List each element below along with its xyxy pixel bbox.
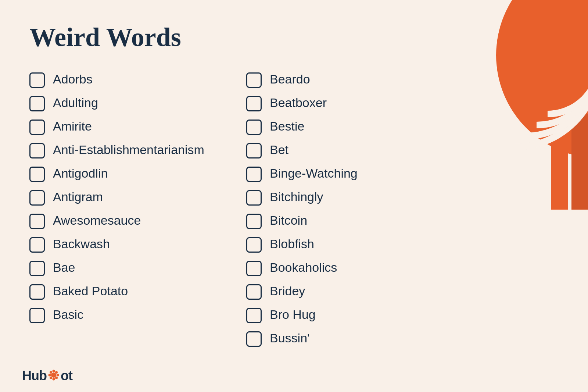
list-item[interactable]: Adulting bbox=[29, 95, 217, 111]
word-label: Amirite bbox=[53, 118, 92, 134]
word-label: Awesomesauce bbox=[53, 212, 141, 228]
word-label: Binge-Watching bbox=[270, 165, 358, 181]
column-1: AdorbsAdultingAmiriteAnti-Establishmenta… bbox=[29, 71, 217, 353]
hubspot-logo: Hub ot bbox=[22, 368, 72, 384]
svg-point-11 bbox=[50, 377, 52, 379]
word-label: Adulting bbox=[53, 95, 98, 111]
list-item[interactable]: Bitchingly bbox=[246, 189, 434, 206]
word-label: Adorbs bbox=[53, 71, 93, 87]
words-grid: AdorbsAdultingAmiriteAnti-Establishmenta… bbox=[29, 71, 434, 353]
list-item[interactable]: Amirite bbox=[29, 118, 217, 135]
svg-point-7 bbox=[48, 374, 51, 376]
list-item[interactable]: Anti-Establishmentarianism bbox=[29, 142, 217, 158]
list-item[interactable]: Basic bbox=[29, 306, 217, 323]
list-item[interactable]: Bestie bbox=[246, 118, 434, 135]
list-item[interactable]: Bussin' bbox=[246, 330, 434, 347]
checkbox[interactable] bbox=[246, 237, 262, 253]
checkbox[interactable] bbox=[29, 120, 45, 135]
list-item[interactable]: Adorbs bbox=[29, 71, 217, 88]
checkbox[interactable] bbox=[246, 143, 262, 158]
page-title: Weird Words bbox=[29, 22, 559, 53]
word-label: Bussin' bbox=[270, 330, 310, 346]
word-label: Anti-Establishmentarianism bbox=[53, 142, 204, 158]
word-label: Bridey bbox=[270, 283, 305, 299]
word-label: Bestie bbox=[270, 118, 305, 134]
list-item[interactable]: Bet bbox=[246, 142, 434, 158]
word-label: Baked Potato bbox=[53, 283, 128, 299]
list-item[interactable]: Antigram bbox=[29, 189, 217, 206]
list-item[interactable]: Beardo bbox=[246, 71, 434, 88]
checkbox[interactable] bbox=[246, 72, 262, 88]
checkbox[interactable] bbox=[29, 72, 45, 88]
svg-point-8 bbox=[56, 374, 59, 376]
list-item[interactable]: Beatboxer bbox=[246, 95, 434, 111]
checkbox[interactable] bbox=[29, 308, 45, 323]
svg-point-4 bbox=[51, 373, 56, 378]
list-item[interactable]: Bro Hug bbox=[246, 306, 434, 323]
checkbox[interactable] bbox=[29, 96, 45, 111]
checkbox[interactable] bbox=[246, 284, 262, 300]
checkbox[interactable] bbox=[29, 261, 45, 276]
list-item[interactable]: Awesomesauce bbox=[29, 212, 217, 229]
list-item[interactable]: Baked Potato bbox=[29, 283, 217, 300]
word-label: Bet bbox=[270, 142, 288, 158]
hubspot-text-before: Hub bbox=[22, 368, 47, 384]
word-label: Beardo bbox=[270, 71, 310, 87]
svg-point-5 bbox=[52, 370, 55, 372]
word-label: Bae bbox=[53, 259, 75, 275]
checkbox[interactable] bbox=[246, 96, 262, 111]
word-label: Bitchingly bbox=[270, 189, 323, 205]
hubspot-sprocket-icon bbox=[48, 369, 60, 381]
checkbox[interactable] bbox=[29, 284, 45, 300]
checkbox[interactable] bbox=[29, 190, 45, 206]
checkbox[interactable] bbox=[246, 331, 262, 347]
checkbox[interactable] bbox=[29, 214, 45, 229]
word-label: Antigram bbox=[53, 189, 103, 205]
checkbox[interactable] bbox=[246, 120, 262, 135]
checkbox[interactable] bbox=[246, 167, 262, 182]
list-item[interactable]: Bookaholics bbox=[246, 259, 434, 276]
column-2: BeardoBeatboxerBestieBetBinge-WatchingBi… bbox=[246, 71, 434, 353]
list-item[interactable]: Bridey bbox=[246, 283, 434, 300]
checkbox[interactable] bbox=[246, 308, 262, 323]
svg-point-12 bbox=[55, 371, 58, 374]
checkbox[interactable] bbox=[29, 237, 45, 253]
word-label: Bitcoin bbox=[270, 212, 307, 228]
word-label: Bookaholics bbox=[270, 259, 337, 275]
checkbox[interactable] bbox=[246, 190, 262, 206]
word-label: Basic bbox=[53, 306, 83, 322]
list-item[interactable]: Blobfish bbox=[246, 236, 434, 253]
svg-point-9 bbox=[50, 371, 52, 374]
bottom-bar: Hub ot bbox=[0, 359, 588, 392]
word-label: Backwash bbox=[53, 236, 110, 252]
checkbox[interactable] bbox=[246, 214, 262, 229]
list-item[interactable]: Backwash bbox=[29, 236, 217, 253]
list-item[interactable]: Bae bbox=[29, 259, 217, 276]
svg-point-6 bbox=[52, 378, 55, 380]
word-label: Blobfish bbox=[270, 236, 314, 252]
list-item[interactable]: Bitcoin bbox=[246, 212, 434, 229]
checkbox[interactable] bbox=[29, 167, 45, 182]
word-label: Bro Hug bbox=[270, 306, 316, 322]
list-item[interactable]: Antigodlin bbox=[29, 165, 217, 182]
word-label: Beatboxer bbox=[270, 95, 327, 111]
list-item[interactable]: Binge-Watching bbox=[246, 165, 434, 182]
main-content: Weird Words AdorbsAdultingAmiriteAnti-Es… bbox=[0, 0, 588, 375]
svg-point-10 bbox=[55, 377, 58, 379]
hubspot-text-after: ot bbox=[61, 368, 72, 384]
checkbox[interactable] bbox=[29, 143, 45, 158]
word-label: Antigodlin bbox=[53, 165, 108, 181]
checkbox[interactable] bbox=[246, 261, 262, 276]
